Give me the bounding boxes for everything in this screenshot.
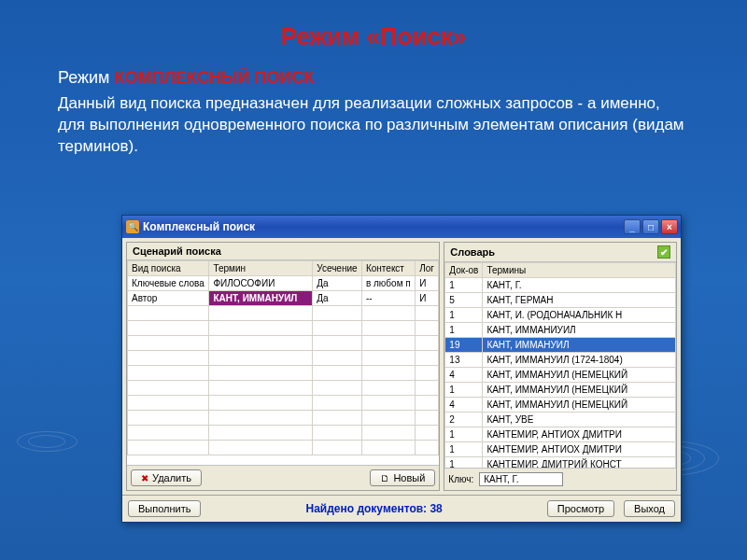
cell[interactable] [313,351,362,366]
table-row[interactable]: 19КАНТ, ИММАНУИЛ [445,338,676,353]
cell[interactable]: 2 [445,413,483,427]
cell[interactable]: КАНТ, ИММАНИУИЛ [483,323,676,338]
cell[interactable] [313,366,362,381]
key-input[interactable]: КАНТ, Г. [479,472,563,486]
cell[interactable] [361,351,415,366]
cell[interactable] [128,366,209,381]
cell[interactable] [361,426,415,441]
dictionary-grid[interactable]: Док-овТермины1КАНТ, Г.5КАНТ, ГЕРМАН1КАНТ… [444,262,676,468]
cell[interactable] [209,351,313,366]
cell[interactable] [361,366,415,381]
column-header[interactable]: Контекст [361,261,415,276]
cell[interactable] [416,396,439,411]
cell[interactable] [416,426,439,441]
table-row[interactable]: 4КАНТ, ИММАНУИЛ (НЕМЕЦКИЙ [445,398,676,413]
cell[interactable]: -- [361,291,415,306]
cell[interactable] [128,396,209,411]
close-button[interactable]: × [661,219,678,234]
cell[interactable]: КАНТ, ИММАНУИЛ [209,291,313,306]
column-header[interactable]: Док-ов [445,263,483,278]
cell[interactable]: 1 [445,442,483,457]
cell[interactable]: 1 [445,323,483,338]
cell[interactable]: КАНТ, ИММАНУИЛ [483,338,676,353]
cell[interactable] [209,366,313,381]
cell[interactable] [313,441,362,455]
table-row[interactable]: 2КАНТ, УВЕ [445,413,676,427]
cell[interactable] [128,441,209,455]
cell[interactable] [209,396,313,411]
cell[interactable] [313,381,362,396]
cell[interactable] [209,336,313,351]
table-row[interactable]: 1КАНТ, ИММАНИУИЛ [445,323,676,338]
cell[interactable] [209,321,313,336]
cell[interactable]: в любом п [361,276,415,291]
table-row[interactable]: 1КАНТЕМИР, ДМИТРИЙ КОНСТ [445,457,676,469]
cell[interactable] [128,351,209,366]
cell[interactable]: Да [313,276,362,291]
table-row[interactable]: 1КАНТ, ИММАНУИЛ (НЕМЕЦКИЙ [445,383,676,398]
cell[interactable] [416,411,439,426]
cell[interactable]: Ключевые слова [128,276,209,291]
column-header[interactable]: Усечение [313,261,362,276]
cell[interactable] [361,441,415,455]
execute-button[interactable]: Выполнить [128,500,201,517]
cell[interactable] [361,411,415,426]
column-header[interactable]: Вид поиска [128,261,209,276]
check-icon[interactable]: ✔ [657,245,670,259]
cell[interactable]: 1 [445,278,483,293]
cell[interactable] [209,306,313,321]
cell[interactable]: КАНТ, ИММАНУИЛ (1724-1804) [483,353,676,368]
table-row[interactable] [128,321,439,336]
cell[interactable] [416,366,439,381]
cell[interactable] [128,306,209,321]
table-row[interactable]: 13КАНТ, ИММАНУИЛ (1724-1804) [445,353,676,368]
cell[interactable]: КАНТЕМИР, ДМИТРИЙ КОНСТ [483,457,676,469]
cell[interactable] [361,306,415,321]
table-row[interactable]: 1КАНТ, И. (РОДОНАЧАЛЬНИК Н [445,308,676,323]
table-row[interactable] [128,381,439,396]
cell[interactable] [416,441,439,455]
cell[interactable]: КАНТЕМИР, АНТИОХ ДМИТРИ [483,442,676,457]
cell[interactable] [128,336,209,351]
cell[interactable] [313,321,362,336]
table-row[interactable]: 1КАНТЕМИР, АНТИОХ ДМИТРИ [445,427,676,442]
cell[interactable] [128,411,209,426]
cell[interactable] [209,441,313,455]
cell[interactable] [416,336,439,351]
cell[interactable]: КАНТ, ИММАНУИЛ (НЕМЕЦКИЙ [483,398,676,413]
cell[interactable] [313,396,362,411]
minimize-button[interactable]: _ [624,219,641,234]
cell[interactable] [313,306,362,321]
table-row[interactable] [128,411,439,426]
cell[interactable]: 1 [445,457,483,469]
cell[interactable] [209,381,313,396]
table-row[interactable]: 5КАНТ, ГЕРМАН [445,293,676,308]
cell[interactable] [128,321,209,336]
cell[interactable]: КАНТ, ИММАНУИЛ (НЕМЕЦКИЙ [483,368,676,383]
cell[interactable]: КАНТ, И. (РОДОНАЧАЛЬНИК Н [483,308,676,323]
column-header[interactable]: Лог [416,261,439,276]
table-row[interactable]: АвторКАНТ, ИММАНУИЛДа--И [128,291,439,306]
table-row[interactable]: 1КАНТ, Г. [445,278,676,293]
cell[interactable]: КАНТЕМИР, АНТИОХ ДМИТРИ [483,427,676,442]
cell[interactable]: 1 [445,383,483,398]
cell[interactable] [128,426,209,441]
new-button[interactable]: 🗋Новый [370,469,435,486]
table-row[interactable] [128,306,439,321]
cell[interactable] [361,381,415,396]
cell[interactable] [313,336,362,351]
cell[interactable]: 4 [445,398,483,413]
cell[interactable]: КАНТ, ИММАНУИЛ (НЕМЕЦКИЙ [483,383,676,398]
view-button[interactable]: Просмотр [547,500,614,517]
cell[interactable]: 5 [445,293,483,308]
cell[interactable] [209,411,313,426]
cell[interactable]: КАНТ, Г. [483,278,676,293]
cell[interactable] [128,381,209,396]
cell[interactable] [416,351,439,366]
delete-button[interactable]: ✖Удалить [131,469,202,486]
table-row[interactable] [128,351,439,366]
cell[interactable] [416,321,439,336]
maximize-button[interactable]: □ [642,219,659,234]
table-row[interactable] [128,426,439,441]
cell[interactable]: ФИЛОСОФИИ [209,276,313,291]
